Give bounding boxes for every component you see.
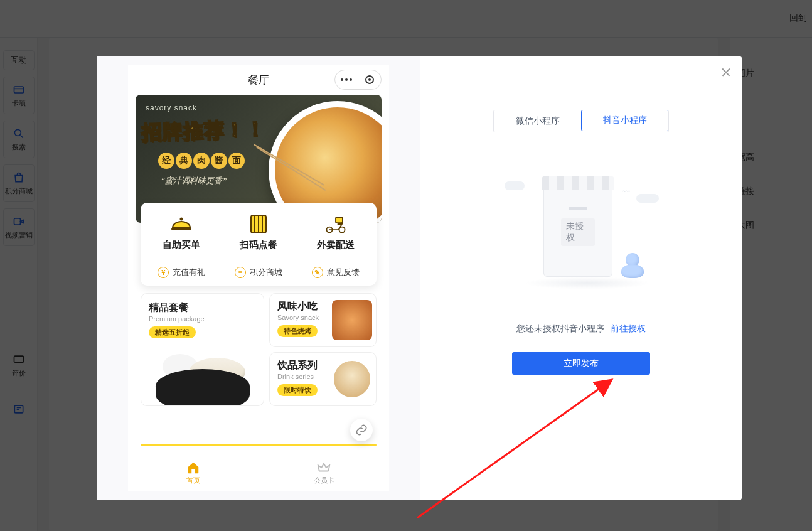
phone-titlebar: 餐厅: [128, 65, 389, 95]
category-premium-package[interactable]: 精品套餐 Premium package 精选五折起: [141, 293, 264, 406]
feature-delivery[interactable]: 外卖配送: [304, 213, 367, 251]
cloche-icon: [169, 213, 194, 235]
crown-icon: [317, 461, 331, 475]
publish-button[interactable]: 立即发布: [512, 352, 650, 375]
section-divider: [141, 444, 377, 446]
stack-icon: ≡: [235, 267, 246, 278]
storefront-icon: 未授权: [543, 183, 612, 277]
publish-modal: 餐厅 savory snack 招牌推荐！！ 经典肉酱面 “蜜汁调料味更香”: [97, 56, 742, 500]
svg-rect-10: [336, 217, 343, 223]
unauthorized-tag: 未授权: [561, 218, 595, 246]
nav-home[interactable]: 首页: [128, 454, 259, 491]
bird-icon: 〰: [622, 188, 630, 196]
yen-icon: ¥: [158, 267, 169, 278]
cloud-icon: [636, 194, 659, 203]
category-grid: 精品套餐 Premium package 精选五折起 风味小吃 Savory s…: [141, 293, 377, 406]
platform-tabs: 微信小程序 抖音小程序: [493, 110, 669, 132]
phone-preview-panel: 餐厅 savory snack 招牌推荐！！ 经典肉酱面 “蜜汁调料味更香”: [97, 56, 420, 500]
link-points-mall[interactable]: ≡ 积分商城: [235, 267, 282, 278]
banner-script: “蜜汁调料味更香”: [161, 175, 227, 186]
miniapp-capsule[interactable]: [334, 70, 382, 90]
bottom-nav: 首页 会员卡: [128, 454, 389, 491]
feature-row: 自助买单 扫码点餐 外卖配送: [143, 213, 374, 259]
link-icon: [355, 424, 368, 436]
link-recharge[interactable]: ¥ 充值有礼: [158, 267, 205, 278]
goto-authorize-link[interactable]: 前往授权: [611, 323, 646, 333]
floating-link-button[interactable]: [350, 419, 373, 441]
quick-links-row: ¥ 充值有礼 ≡ 积分商城 ✎ 意见反馈: [143, 259, 374, 278]
empty-state-illustration: 〰 未授权: [499, 176, 663, 308]
banner-headline: 招牌推荐！！: [141, 115, 266, 148]
feature-scan-order[interactable]: 扫码点餐: [227, 213, 290, 251]
delivery-scooter-icon: [323, 213, 348, 235]
home-icon: [186, 461, 200, 475]
cloud-icon: [505, 181, 525, 190]
tab-wechat-miniapp[interactable]: 微信小程序: [494, 110, 582, 132]
tab-douyin-miniapp[interactable]: 抖音小程序: [581, 110, 669, 131]
close-target-icon[interactable]: [358, 70, 381, 89]
svg-rect-5: [171, 228, 191, 230]
category-savory-snack[interactable]: 风味小吃 Savory snack 特色烧烤: [269, 293, 377, 347]
milk-tea-image: [332, 359, 372, 399]
phone-frame: 餐厅 savory snack 招牌推荐！！ 经典肉酱面 “蜜汁调料味更香”: [128, 65, 389, 491]
tray-icon: [156, 369, 250, 406]
publish-panel: 微信小程序 抖音小程序 〰 未授权 您还未授权抖音小程序 前往授权 立即发布: [420, 56, 742, 500]
badge: 限时特饮: [277, 384, 318, 396]
category-drink-series[interactable]: 饮品系列 Drink series 限时特饮: [269, 352, 377, 406]
feature-card: 自助买单 扫码点餐 外卖配送: [141, 203, 377, 286]
character-icon: [619, 253, 646, 278]
qrcode-icon: [246, 213, 271, 235]
feature-self-checkout[interactable]: 自助买单: [150, 213, 213, 251]
banner-brand: savory snack: [146, 104, 197, 112]
banner-circle-text: 经典肉酱面: [158, 153, 245, 169]
svg-point-6: [180, 218, 183, 221]
link-feedback[interactable]: ✎ 意见反馈: [312, 267, 360, 278]
authorization-hint: 您还未授权抖音小程序 前往授权: [516, 323, 646, 335]
nav-member-card[interactable]: 会员卡: [259, 454, 389, 491]
phone-title: 餐厅: [248, 73, 269, 87]
bbq-wings-image: [332, 300, 372, 340]
more-icon[interactable]: [335, 70, 358, 89]
edit-icon: ✎: [312, 267, 323, 278]
badge: 精选五折起: [149, 326, 196, 338]
badge: 特色烧烤: [277, 325, 318, 337]
